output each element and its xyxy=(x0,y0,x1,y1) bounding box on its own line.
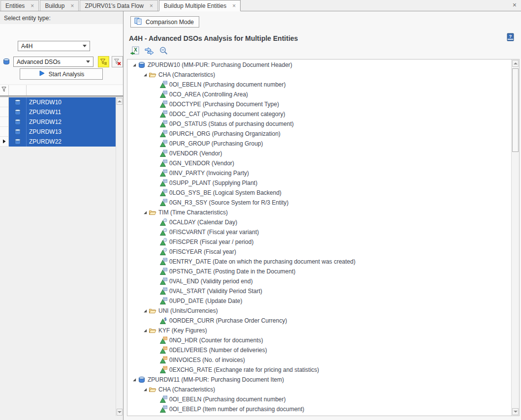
tree-row[interactable]: 0NO_HDR (Counter for documents) xyxy=(128,335,511,345)
row-selector[interactable] xyxy=(0,137,9,147)
tree-row[interactable]: 0GN_R3_SSY (Source System for R/3 Entity… xyxy=(128,198,511,208)
tree-row[interactable]: 0VENDOR (Vendor) xyxy=(128,149,511,158)
entity-row[interactable]: ZPURDW11 xyxy=(0,107,116,117)
tree-row[interactable]: 0ENTRY_DATE (Date on which the purchasin… xyxy=(128,257,511,267)
grid-header-icon-column[interactable] xyxy=(9,85,27,95)
tree-row[interactable]: 0OI_EBELN (Purchasing document number) xyxy=(128,80,511,90)
entity-list-scrollbar[interactable] xyxy=(116,97,123,416)
entity-row[interactable]: ZPURDW12 xyxy=(0,117,116,127)
scrollbar-thumb[interactable] xyxy=(512,68,519,152)
tree-row[interactable]: 0OI_EBELP (Item number of purchasing doc… xyxy=(128,404,511,414)
tree-row[interactable]: ZPURDW11 (MM-PUR: Purchasing Document It… xyxy=(128,375,511,385)
adso-icon xyxy=(138,376,146,384)
tree-row[interactable]: 0VAL_END (Validity period end) xyxy=(128,276,511,286)
tree-row[interactable]: 0LOG_SYS_BE (Logical System Backend) xyxy=(128,188,511,198)
filter-funnel-icon[interactable] xyxy=(0,85,9,95)
row-selector[interactable] xyxy=(0,107,9,117)
tree-row[interactable]: KYF (Key Figures) xyxy=(128,326,511,335)
adso-icon xyxy=(9,107,27,117)
tree-row[interactable] xyxy=(128,414,511,415)
tree-row[interactable]: ZPURDW10 (MM-PUR: Purchasing Document He… xyxy=(128,60,511,70)
tab-close-icon[interactable]: × xyxy=(31,3,34,9)
analysis-tree: ZPURDW10 (MM-PUR: Purchasing Document He… xyxy=(128,60,511,415)
expand-icon[interactable] xyxy=(142,328,149,333)
tab-close-icon[interactable]: × xyxy=(150,3,153,9)
entity-row[interactable]: ZPURDW10 xyxy=(0,97,116,107)
tree-row[interactable]: CHA (Characteristics) xyxy=(128,70,511,80)
tree-item-label: 0NO_HDR (Counter for documents) xyxy=(169,337,263,344)
expand-icon[interactable] xyxy=(131,62,138,67)
tree-row[interactable]: 0VAL_START (Validity Period Start) xyxy=(128,286,511,296)
expand-all-icon[interactable] xyxy=(144,46,154,56)
tree-item-label: KYF (Key Figures) xyxy=(158,327,207,334)
tree-item-label: 0PURCH_ORG (Purchasing Organization) xyxy=(169,130,280,137)
tab-entities[interactable]: Entities× xyxy=(0,0,39,11)
tree-scrollbar[interactable] xyxy=(511,60,519,416)
tab-zpurv01-s-data-flow[interactable]: ZPURV01's Data Flow× xyxy=(80,0,157,11)
tree-item-label: 0INV_PARTY (Invoicing Party) xyxy=(169,170,249,177)
key-figure-icon xyxy=(159,346,167,354)
tree-row[interactable]: 0EXCHG_RATE (Exchange rate for pricing a… xyxy=(128,365,511,375)
tree-row[interactable]: 0PUR_GROUP (Purchasing Group) xyxy=(128,139,511,149)
comparison-mode-button[interactable]: Comparison Mode xyxy=(130,16,199,28)
tree-row[interactable]: 0DELIVERIES (Number of deliveries) xyxy=(128,345,511,355)
tree-row[interactable]: 0FISCPER (Fiscal year / period) xyxy=(128,237,511,247)
tree-row[interactable]: 0FISCVARNT (Fiscal year variant) xyxy=(128,227,511,237)
tree-row[interactable]: 0INV_PARTY (Invoicing Party) xyxy=(128,168,511,178)
tree-item-label: 0DOC_CAT (Puchasing document category) xyxy=(169,111,285,118)
filter-edit-button[interactable] xyxy=(98,56,109,67)
tree-row[interactable]: 0INVOICES (No. of invoices) xyxy=(128,355,511,365)
tree-row[interactable]: CHA (Characteristics) xyxy=(128,385,511,394)
tree-row[interactable]: 0DOC_CAT (Puchasing document category) xyxy=(128,109,511,119)
tab-close-icon[interactable]: × xyxy=(70,3,74,9)
scroll-up-button[interactable] xyxy=(512,60,519,67)
row-selector[interactable] xyxy=(0,127,9,137)
entity-type-combo[interactable]: Advanced DSOs xyxy=(13,57,93,67)
tree-item-label: 0PUR_GROUP (Purchasing Group) xyxy=(169,140,263,147)
excel-export-icon[interactable]: X xyxy=(130,46,140,56)
entity-row[interactable]: ZPURDW22 xyxy=(0,137,116,147)
scroll-down-button[interactable] xyxy=(117,409,123,416)
tree-toolbar: X xyxy=(130,46,168,56)
tree-row[interactable]: TIM (Time Characteristics) xyxy=(128,208,511,217)
tree-row[interactable]: 0PURCH_ORG (Purchasing Organization) xyxy=(128,129,511,139)
row-selector[interactable] xyxy=(0,117,9,127)
tree-row[interactable]: UNI (Units/Currencies) xyxy=(128,306,511,316)
tree-row[interactable]: $0ORDER_CURR (Purchase Order Currency) xyxy=(128,316,511,326)
tree-item-label: 0FISCPER (Fiscal year / period) xyxy=(169,239,253,245)
scroll-up-button[interactable] xyxy=(117,98,123,105)
tree-row[interactable]: 0CALDAY (Calendar Day) xyxy=(128,217,511,227)
expand-icon[interactable] xyxy=(142,210,149,215)
tree-row[interactable]: 0GN_VENDOR (Vendor) xyxy=(128,158,511,168)
tree-row[interactable]: 0SUPP_PLANT (Supplying Plant) xyxy=(128,178,511,188)
expand-icon[interactable] xyxy=(131,377,138,382)
unit-icon: $ xyxy=(159,317,167,325)
tab-label: Entities xyxy=(5,2,25,9)
tree-row[interactable]: 0DOCTYPE (Purchasing Document Type) xyxy=(128,99,511,109)
tab-buildup-multiple-entities[interactable]: Buildup Multiple Entities× xyxy=(159,0,241,11)
grid-header-name-column[interactable] xyxy=(27,85,116,95)
filter-clear-button[interactable] xyxy=(112,56,123,67)
expand-icon[interactable] xyxy=(142,308,149,313)
entity-row[interactable]: ZPURDW13 xyxy=(0,127,116,137)
row-selector[interactable] xyxy=(0,97,9,107)
expand-icon[interactable] xyxy=(142,387,149,392)
tree-row[interactable]: 0FISCYEAR (Fiscal year) xyxy=(128,247,511,257)
expand-icon[interactable] xyxy=(142,72,149,77)
time-characteristic-icon xyxy=(159,228,167,236)
tree-row[interactable]: 0PSTNG_DATE (Posting Date in the Documen… xyxy=(128,267,511,276)
tab-close-icon[interactable]: × xyxy=(232,3,236,9)
tab-buildup[interactable]: Buildup× xyxy=(40,0,79,11)
tree-row[interactable]: 0OI_EBELN (Purchasing document number) xyxy=(128,394,511,404)
close-icon[interactable]: × xyxy=(513,1,517,8)
tree-row[interactable]: 0CO_AREA (Controlling Area) xyxy=(128,90,511,99)
tab-label: ZPURV01's Data Flow xyxy=(85,2,143,9)
help-icon[interactable]: ? xyxy=(506,33,515,41)
zoom-out-icon[interactable] xyxy=(158,46,168,56)
system-combo[interactable]: A4H xyxy=(18,41,90,51)
folder-open-icon xyxy=(149,71,156,79)
tree-row[interactable]: 0UPD_DATE (Update Date) xyxy=(128,296,511,306)
tree-row[interactable]: 0PO_STATUS (Status of purchasing documen… xyxy=(128,119,511,129)
scroll-down-button[interactable] xyxy=(512,408,519,415)
start-analysis-button[interactable]: Start Analysis xyxy=(20,68,103,80)
